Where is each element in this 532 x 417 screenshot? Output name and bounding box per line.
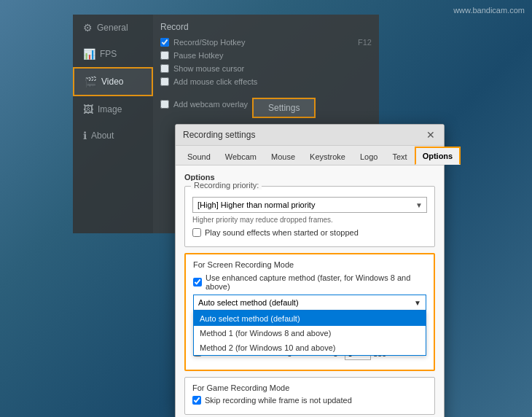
sidebar-item-label: Image [98, 104, 122, 114]
sidebar-item-label: About [91, 130, 114, 141]
record-hotkey-value: F12 [358, 38, 372, 47]
record-hotkey-row: Record/Stop Hotkey F12 [160, 38, 372, 47]
tab-webcam[interactable]: Webcam [218, 148, 264, 165]
skip-recording-label: Skip recording while frame is not update… [205, 396, 352, 405]
record-hotkey-label: Record/Stop Hotkey [173, 38, 245, 47]
general-icon: ⚙ [83, 22, 93, 34]
pause-hotkey-checkbox[interactable] [160, 51, 169, 60]
tab-sound[interactable]: Sound [180, 148, 218, 165]
priority-group: Recording priority: [High] Higher than n… [184, 186, 435, 247]
record-hotkey-checkbox[interactable] [160, 38, 169, 47]
method-select-value: Auto select method (default) [198, 298, 299, 307]
mouse-click-checkbox[interactable] [160, 77, 169, 86]
dialog-title-bar: Recording settings ✕ [176, 125, 444, 146]
dialog-title: Recording settings [183, 130, 255, 140]
video-icon: 🎬 [85, 76, 97, 87]
webcam-label: Add webcam overlay [173, 100, 248, 109]
settings-button[interactable]: Settings [252, 98, 316, 118]
tab-options[interactable]: Options [415, 147, 461, 165]
play-sound-row: Play sound effects when started or stopp… [192, 228, 427, 237]
app-sidebar: ⚙ General 📊 FPS 🎬 Video 🖼 Image ℹ About [73, 15, 153, 233]
method-select-arrow-icon: ▼ [414, 299, 421, 307]
show-mouse-checkbox[interactable] [160, 64, 169, 73]
sidebar-item-about[interactable]: ℹ About [73, 122, 153, 149]
use-enhanced-label: Use enhanced capture method (faster, for… [206, 273, 426, 291]
play-sound-checkbox[interactable] [192, 228, 201, 237]
priority-select[interactable]: [High] Higher than normal priority [Norm… [192, 197, 427, 213]
mouse-click-label: Add mouse click effects [173, 77, 257, 86]
skip-recording-checkbox[interactable] [192, 396, 201, 405]
dialog-close-button[interactable]: ✕ [425, 129, 437, 141]
image-icon: 🖼 [83, 104, 93, 115]
mouse-click-row: Add mouse click effects [160, 77, 372, 86]
pause-hotkey-label: Pause Hotkey [173, 51, 223, 60]
method-option-2[interactable]: Method 2 (for Windows 10 and above) [194, 340, 426, 355]
dialog-body: Options Recording priority: [High] Highe… [176, 165, 444, 417]
dialog-tabs: Sound Webcam Mouse Keystroke Logo Text O… [176, 146, 444, 165]
about-icon: ℹ [83, 130, 87, 141]
tab-keystroke[interactable]: Keystroke [302, 148, 353, 165]
skip-recording-row: Skip recording while frame is not update… [192, 396, 427, 405]
method-dropdown-list: Auto select method (default) Method 1 (f… [193, 311, 426, 356]
tab-mouse[interactable]: Mouse [264, 148, 302, 165]
priority-hint: Higher priority may reduce dropped frame… [192, 216, 427, 224]
priority-group-title: Recording priority: [191, 181, 262, 190]
pause-hotkey-row: Pause Hotkey [160, 51, 372, 60]
sidebar-item-label: General [97, 23, 128, 33]
use-enhanced-row: Use enhanced capture method (faster, for… [193, 273, 426, 291]
method-option-1[interactable]: Method 1 (for Windows 8 and above) [194, 326, 426, 340]
webcam-checkbox[interactable] [160, 100, 169, 109]
app-content-title: Record [160, 22, 372, 32]
screen-recording-section: For Screen Recording Mode Use enhanced c… [184, 253, 435, 371]
game-recording-title: For Game Recording Mode [192, 383, 427, 392]
game-recording-section: For Game Recording Mode Skip recording w… [184, 377, 435, 415]
sidebar-item-label: Video [101, 77, 123, 87]
sidebar-item-general[interactable]: ⚙ General [73, 15, 153, 41]
show-mouse-row: Show mouse cursor [160, 64, 372, 73]
fps-icon: 📊 [83, 48, 95, 60]
sidebar-item-label: FPS [100, 49, 117, 59]
screen-recording-title: For Screen Recording Mode [193, 260, 426, 269]
show-mouse-label: Show mouse cursor [173, 64, 244, 73]
tab-text[interactable]: Text [385, 148, 414, 165]
webcam-row: Add webcam overlay Settings [160, 90, 372, 118]
method-option-auto[interactable]: Auto select method (default) [194, 311, 426, 326]
sidebar-item-fps[interactable]: 📊 FPS [73, 41, 153, 67]
sidebar-item-video[interactable]: 🎬 Video [73, 67, 153, 96]
recording-settings-dialog: Recording settings ✕ Sound Webcam Mouse … [175, 124, 445, 417]
watermark: www.bandicam.com [453, 6, 525, 15]
use-enhanced-checkbox[interactable] [193, 278, 202, 287]
play-sound-label: Play sound effects when started or stopp… [205, 228, 359, 237]
tab-logo[interactable]: Logo [353, 148, 385, 165]
method-select-wrapper: Auto select method (default) ▼ Auto sele… [193, 295, 426, 311]
priority-select-wrapper: [High] Higher than normal priority [Norm… [192, 197, 427, 213]
method-select-display[interactable]: Auto select method (default) ▼ [193, 295, 426, 311]
sidebar-item-image[interactable]: 🖼 Image [73, 96, 153, 122]
